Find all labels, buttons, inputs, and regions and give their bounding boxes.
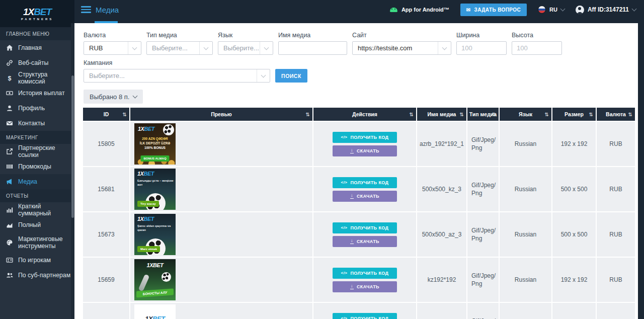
id-card-icon	[6, 257, 13, 264]
sidebar-item-full-report[interactable]: Полный	[0, 217, 74, 232]
sidebar-item-home[interactable]: Главная	[0, 40, 74, 55]
media-preview-banner[interactable]: 1XBET Бағыңды ұста – жеңіске жет Тігу жа…	[134, 169, 176, 210]
topbar: Медиа App for Android™ ✉ ЗАДАТЬ ВОПРОС R…	[74, 0, 644, 23]
column-header-media-type[interactable]: Тип медиа⇅	[467, 108, 499, 121]
height-input[interactable]	[512, 41, 562, 55]
banner-logo: 1XBET	[137, 171, 154, 177]
cell-currency: RUB	[597, 122, 635, 166]
soccer-ball-graphic	[163, 124, 174, 135]
download-icon: ↓	[350, 193, 354, 199]
banknote-icon	[6, 90, 13, 97]
cell-preview: 1XBET БОНУСТЫ АЛУ	[130, 258, 312, 302]
sidebar-item-commission-structure[interactable]: $ Структура комиссий	[0, 70, 74, 86]
language-select[interactable]: Выберите...	[218, 41, 273, 55]
sidebar-section-main-menu: ГЛАВНОЕ МЕНЮ	[0, 27, 74, 40]
code-icon: </>	[341, 271, 348, 275]
width-input[interactable]	[456, 41, 507, 55]
ask-question-button[interactable]: ✉ ЗАДАТЬ ВОПРОС	[460, 4, 527, 16]
sidebar-item-marketing-tools[interactable]: Маркетинговые инструменты	[0, 232, 74, 253]
sidebar-item-promocodes[interactable]: Промокоды	[0, 159, 74, 174]
banner-logo: 1XBET	[134, 315, 176, 319]
media-name-input[interactable]	[278, 41, 347, 55]
envelope-icon: ✉	[466, 7, 471, 13]
sidebar-item-by-subpartners[interactable]: По суб-партнерам	[0, 268, 74, 283]
chevron-down-icon	[133, 93, 138, 98]
sidebar-item-by-players[interactable]: По игрокам	[0, 253, 74, 268]
cell-media-name: 500x500_az_3	[417, 212, 466, 257]
chevron-down-icon	[560, 6, 566, 11]
sidebar-item-payout-history[interactable]: История выплат	[0, 86, 74, 101]
app-for-android-link[interactable]: App for Android™	[390, 7, 449, 13]
brand-logo[interactable]: 1XBET PARTNERS	[0, 0, 74, 27]
media-preview-banner[interactable]: 1XBET БОНУСТЫ АЛУ	[134, 259, 176, 300]
site-select[interactable]: https://testsite.com	[352, 41, 451, 55]
cell-id: 15673	[83, 212, 129, 257]
cell-currency	[597, 303, 635, 319]
cell-actions: </>ПОЛУЧИТЬ КОД ↓СКАЧАТЬ	[313, 122, 416, 166]
cell-size	[552, 303, 596, 319]
get-code-button[interactable]: </>ПОЛУЧИТЬ КОД	[333, 313, 397, 319]
cell-media-type: Gif/Jpeg/Png	[467, 303, 499, 319]
download-button[interactable]: ↓СКАЧАТЬ	[333, 236, 397, 247]
sort-icon: ⇅	[460, 112, 464, 117]
sort-icon: ⇅	[410, 112, 414, 117]
search-button[interactable]: ПОИСК	[275, 69, 307, 83]
get-code-button[interactable]: </>ПОЛУЧИТЬ КОД	[333, 132, 397, 143]
main-content: Валюта RUB Тип медиа Выберите... Язык Вы…	[74, 23, 644, 319]
hamburger-menu-icon[interactable]	[81, 6, 91, 15]
column-header-currency[interactable]: Валюта⇅	[597, 108, 635, 121]
download-button[interactable]: ↓СКАЧАТЬ	[333, 145, 397, 156]
get-code-button[interactable]: </>ПОЛУЧИТЬ КОД	[333, 268, 397, 279]
download-button[interactable]: ↓СКАЧАТЬ	[333, 191, 397, 202]
external-link-icon	[6, 148, 13, 155]
chevron-down-icon	[199, 42, 212, 54]
column-header-id[interactable]: ID⇅	[83, 108, 129, 121]
russia-flag-icon	[538, 6, 546, 14]
currency-select[interactable]: RUB	[84, 41, 141, 55]
sidebar-item-short-summary[interactable]: Краткий суммарный	[0, 202, 74, 217]
column-header-media-name[interactable]: Имя медиа⇅	[417, 108, 466, 121]
home-icon	[6, 44, 13, 51]
sort-icon: ⇅	[589, 112, 593, 117]
account-menu[interactable]: Aff ID:3147211	[576, 6, 636, 14]
language-selector[interactable]: RU	[538, 6, 565, 14]
media-preview-banner[interactable]: 1XBET Şansı əldən qaçırma və qazan Mərc …	[134, 214, 176, 255]
campaign-select[interactable]: Выберите...	[84, 69, 270, 83]
sidebar-item-profile[interactable]: Профиль	[0, 101, 74, 116]
cell-language: Russian	[500, 212, 551, 257]
sidebar-item-partner-links[interactable]: Партнерские ссылки	[0, 144, 74, 159]
currency-filter-label: Валюта	[84, 32, 141, 39]
cell-actions: </>ПОЛУЧИТЬ КОД ↓СКАЧАТЬ	[313, 303, 416, 319]
palette-icon	[6, 239, 13, 246]
envelope-icon	[6, 120, 13, 127]
column-header-preview[interactable]: Превью⇅	[130, 108, 312, 121]
page-size-dropdown[interactable]: Выбрано 8 п.	[84, 90, 143, 104]
get-code-button[interactable]: </>ПОЛУЧИТЬ КОД	[333, 177, 397, 188]
cell-media-name: azrb_192*192_1	[417, 122, 466, 166]
cell-actions: </>ПОЛУЧИТЬ КОД ↓СКАЧАТЬ	[313, 212, 416, 257]
sort-icon: ⇅	[306, 112, 310, 117]
sidebar-scrollbar-thumb[interactable]	[71, 75, 74, 218]
media-type-filter-label: Тип медиа	[146, 32, 213, 39]
page-scrollbar-area[interactable]	[638, 23, 644, 319]
sort-icon: ⇅	[545, 112, 549, 117]
page-title: Медиа	[96, 6, 119, 14]
media-type-select[interactable]: Выберите...	[146, 41, 213, 55]
get-code-button[interactable]: </>ПОЛУЧИТЬ КОД	[333, 222, 397, 233]
barcode-icon	[6, 163, 13, 170]
sidebar-section-marketing: МАРКЕТИНГ	[0, 131, 74, 144]
sidebar-item-websites[interactable]: Веб-сайты	[0, 55, 74, 70]
sidebar-item-media[interactable]: Медиа	[0, 174, 74, 189]
column-header-language[interactable]: Язык⇅	[500, 108, 551, 121]
brand-tagline: PARTNERS	[21, 18, 54, 21]
sidebar-item-contacts[interactable]: Контакты	[0, 116, 74, 131]
language-filter-label: Язык	[218, 32, 273, 39]
cell-currency: RUB	[597, 258, 635, 302]
column-header-actions[interactable]: Действия⇅	[313, 108, 416, 121]
column-header-size[interactable]: Размер⇅	[552, 108, 596, 121]
media-preview-banner[interactable]: 1XBET	[134, 304, 176, 319]
cell-id	[83, 303, 129, 319]
cell-media-type: Gif/Jpeg/Png	[467, 122, 499, 166]
download-button[interactable]: ↓СКАЧАТЬ	[333, 281, 397, 292]
media-preview-banner[interactable]: 1XBET 200 AZN QƏDƏR İLK DEPOZİT ÜZRƏ 100…	[134, 123, 176, 165]
